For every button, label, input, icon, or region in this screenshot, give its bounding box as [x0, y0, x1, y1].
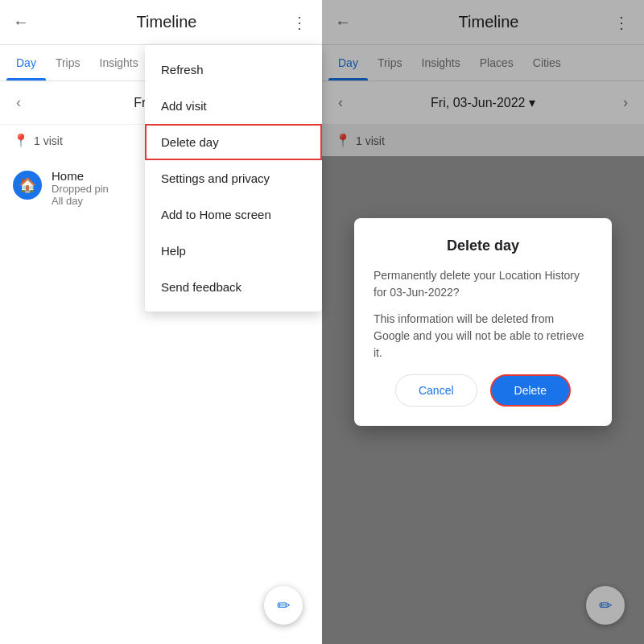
left-visit-count: 1 visit	[34, 134, 63, 147]
right-panel: ← Timeline ⋮ Day Trips Insights Places C…	[322, 0, 644, 644]
dialog-body: Permanently delete your Location History…	[374, 267, 592, 361]
menu-item-settings[interactable]: Settings and privacy	[145, 160, 322, 196]
left-prev-arrow[interactable]: ‹	[13, 91, 24, 114]
left-back-button[interactable]: ←	[13, 13, 29, 31]
home-item-title: Home	[52, 169, 109, 183]
menu-item-add-visit[interactable]: Add visit	[145, 88, 322, 124]
tab-trips-left[interactable]: Trips	[46, 45, 90, 80]
left-title: Timeline	[42, 13, 291, 31]
dialog-title: Delete day	[374, 237, 592, 254]
dropdown-menu: Refresh Add visit Delete day Settings an…	[145, 45, 322, 312]
home-item-sub2: All day	[52, 195, 109, 207]
left-more-button[interactable]: ⋮	[291, 13, 309, 32]
delete-dialog: Delete day Permanently delete your Locat…	[354, 218, 612, 426]
tab-day-left[interactable]: Day	[6, 45, 46, 80]
dialog-actions: Cancel Delete	[374, 374, 592, 407]
dialog-body-line2: This information will be deleted from Go…	[374, 311, 592, 361]
menu-item-add-home[interactable]: Add to Home screen	[145, 196, 322, 233]
left-fab-icon: ✏	[277, 596, 291, 615]
home-item-sub1: Dropped pin	[52, 183, 109, 195]
left-panel: ← Timeline ⋮ Day Trips Insights ‹ Fri, 0…	[0, 0, 322, 644]
menu-item-refresh[interactable]: Refresh	[145, 52, 322, 88]
dialog-body-line1: Permanently delete your Location History…	[374, 267, 592, 301]
delete-button[interactable]: Delete	[490, 374, 571, 407]
tab-insights-left[interactable]: Insights	[90, 45, 148, 80]
home-item-text: Home Dropped pin All day	[52, 169, 109, 207]
home-avatar: 🏠	[13, 171, 42, 200]
menu-item-delete-day[interactable]: Delete day	[145, 124, 322, 160]
left-fab[interactable]: ✏	[264, 586, 303, 625]
left-header: ← Timeline ⋮	[0, 0, 322, 45]
menu-item-feedback[interactable]: Send feedback	[145, 269, 322, 305]
pin-icon-left: 📍	[13, 133, 29, 148]
menu-item-help[interactable]: Help	[145, 233, 322, 269]
home-icon: 🏠	[19, 176, 36, 194]
cancel-button[interactable]: Cancel	[395, 374, 477, 407]
dialog-overlay: Delete day Permanently delete your Locat…	[322, 0, 644, 644]
